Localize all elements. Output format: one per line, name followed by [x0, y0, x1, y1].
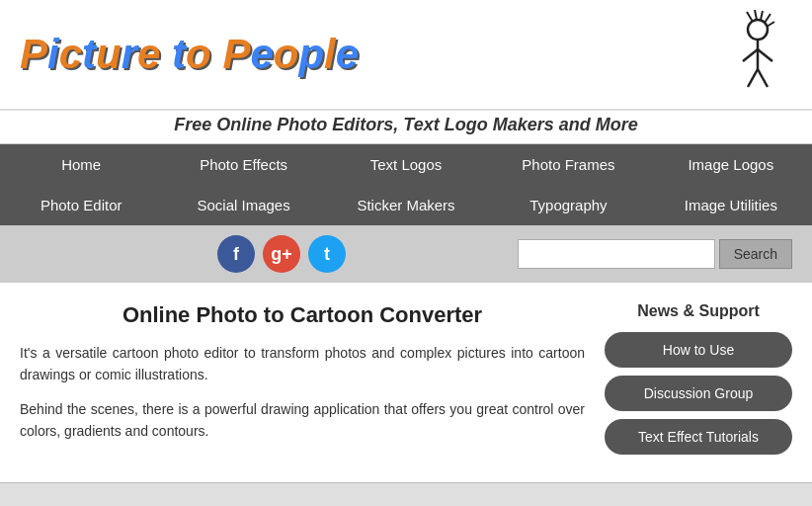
nav-item-photo-frames[interactable]: Photo Frames — [487, 144, 649, 185]
nav-link-sticker-makers[interactable]: Sticker Makers — [325, 185, 487, 225]
social-search-bar: f g+ t Search — [0, 225, 812, 283]
nav-link-typography[interactable]: Typography — [487, 185, 649, 225]
nav-link-photo-effects[interactable]: Photo Effects — [162, 144, 324, 185]
facebook-icon[interactable]: f — [217, 235, 255, 273]
nav-row-1: Home Photo Effects Text Logos Photo Fram… — [0, 144, 812, 185]
svg-line-6 — [747, 12, 753, 22]
svg-line-9 — [765, 14, 771, 23]
nav-item-typography[interactable]: Typography — [487, 185, 649, 225]
paragraph-1: It's a versatile cartoon photo editor to… — [20, 342, 585, 386]
main-nav: Home Photo Effects Text Logos Photo Fram… — [0, 144, 812, 225]
nav-link-image-logos[interactable]: Image Logos — [650, 144, 812, 185]
social-icons: f g+ t — [217, 235, 346, 273]
logo-text: Picture to People — [20, 31, 359, 78]
paragraph-2: Behind the scenes, there is a powerful d… — [20, 398, 585, 443]
svg-line-5 — [758, 69, 768, 87]
svg-line-8 — [761, 11, 763, 20]
nav-link-photo-editor[interactable]: Photo Editor — [0, 185, 162, 225]
search-input[interactable] — [518, 239, 715, 269]
search-button[interactable]: Search — [719, 239, 792, 269]
main-content: Online Photo to Cartoon Converter It's a… — [0, 283, 812, 482]
nav-item-social-images[interactable]: Social Images — [162, 185, 324, 225]
svg-line-7 — [755, 10, 757, 20]
header: Picture to People — [0, 0, 812, 111]
sidebar-title: News & Support — [605, 302, 792, 320]
svg-line-2 — [743, 49, 758, 61]
bottom-bar — [0, 482, 812, 506]
googleplus-icon[interactable]: g+ — [263, 235, 300, 273]
nav-item-home[interactable]: Home — [0, 144, 162, 185]
nav-item-sticker-makers[interactable]: Sticker Makers — [325, 185, 487, 225]
sidebar: News & Support How to Use Discussion Gro… — [605, 302, 792, 463]
how-to-use-button[interactable]: How to Use — [605, 332, 792, 368]
nav-link-photo-frames[interactable]: Photo Frames — [487, 144, 649, 185]
discussion-group-button[interactable]: Discussion Group — [605, 376, 792, 411]
text-effect-tutorials-button[interactable]: Text Effect Tutorials — [605, 419, 792, 455]
nav-link-image-utilities[interactable]: Image Utilities — [650, 185, 812, 225]
nav-link-social-images[interactable]: Social Images — [162, 185, 324, 225]
search-area: Search — [518, 239, 792, 269]
nav-item-text-logos[interactable]: Text Logos — [325, 144, 487, 185]
nav-link-text-logos[interactable]: Text Logos — [325, 144, 487, 185]
nav-link-home[interactable]: Home — [0, 144, 162, 185]
nav-item-image-logos[interactable]: Image Logos — [650, 144, 812, 185]
logo-icon-area — [703, 10, 792, 99]
twitter-icon[interactable]: t — [308, 235, 346, 273]
svg-line-3 — [758, 49, 772, 61]
logo-svg-icon — [703, 10, 792, 99]
nav-item-photo-editor[interactable]: Photo Editor — [0, 185, 162, 225]
nav-row-2: Photo Editor Social Images Sticker Maker… — [0, 185, 812, 225]
svg-line-10 — [767, 22, 774, 27]
svg-line-4 — [748, 69, 758, 87]
tagline: Free Online Photo Editors, Text Logo Mak… — [0, 111, 812, 144]
header-left: Picture to People — [20, 31, 359, 78]
content-area: Online Photo to Cartoon Converter It's a… — [20, 302, 585, 463]
page-title: Online Photo to Cartoon Converter — [20, 302, 585, 328]
nav-item-photo-effects[interactable]: Photo Effects — [162, 144, 324, 185]
nav-item-image-utilities[interactable]: Image Utilities — [650, 185, 812, 225]
